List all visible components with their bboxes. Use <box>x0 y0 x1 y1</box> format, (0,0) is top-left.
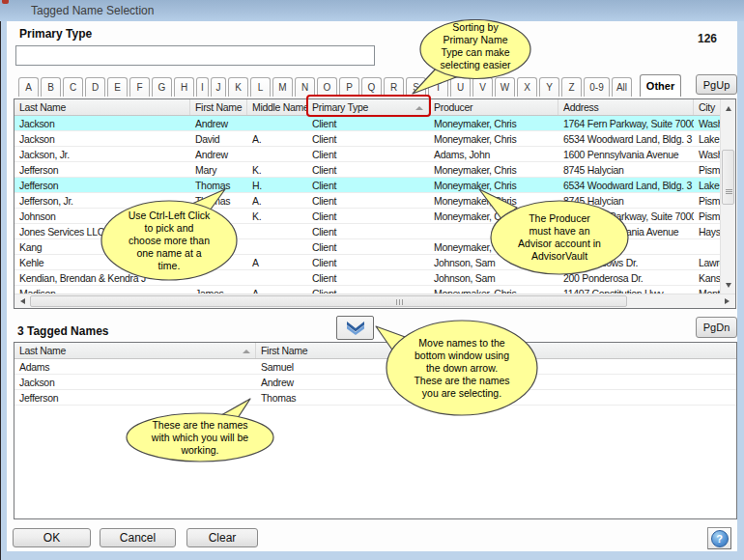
cell-middle-name: A. <box>247 131 307 146</box>
column-header-city[interactable]: City <box>694 99 721 115</box>
table-row[interactable]: Jackson, Jr. Andrew Client Adams, John 1… <box>14 147 735 162</box>
clear-button[interactable]: Clear <box>186 528 258 547</box>
cell-primary-type: Client <box>307 178 429 192</box>
cell-last-name: Jefferson <box>14 162 190 177</box>
help-button[interactable]: ? <box>707 527 731 549</box>
column-header-last-name[interactable]: Last Name <box>14 99 190 115</box>
cell-city: Hays <box>694 224 721 238</box>
cell-primary-type: Client <box>307 193 429 208</box>
cell-city <box>694 239 721 254</box>
table-row[interactable]: Jackson David A. Client Moneymaker, Chri… <box>14 131 735 147</box>
alphabet-tab[interactable]: E <box>107 77 128 97</box>
alphabet-tab[interactable]: R <box>384 77 404 97</box>
cell-middle-name <box>247 116 307 130</box>
horizontal-scroll-thumb[interactable] <box>30 295 627 307</box>
window-title: Tagged Name Selection <box>31 4 154 17</box>
cell-primary-type: Client <box>307 147 429 161</box>
cell-address: 6534 Woodward Land, Bldg. 3 <box>558 131 694 146</box>
alphabet-tab[interactable]: H <box>174 77 194 97</box>
cell-city: Pismo <box>694 209 721 223</box>
tagged-names-label: 3 Tagged Names <box>17 324 108 338</box>
column-header-address[interactable]: Address <box>558 99 694 115</box>
alphabet-tab[interactable]: B <box>41 77 61 97</box>
alphabet-tab[interactable]: I <box>196 77 209 97</box>
alphabet-tab[interactable]: All <box>612 77 632 97</box>
alphabet-tab[interactable]: G <box>152 77 172 97</box>
alphabet-tab[interactable]: J <box>211 77 226 97</box>
alphabet-tab[interactable]: O <box>317 77 337 97</box>
alphabet-tab[interactable]: L <box>250 77 271 97</box>
record-count: 126 <box>698 32 717 45</box>
cell-city: Washi <box>694 147 721 161</box>
alphabet-tab[interactable]: D <box>85 77 105 97</box>
cell-first-name: Andrew <box>190 147 247 161</box>
scroll-down-button[interactable] <box>721 278 736 292</box>
column-header-first-name[interactable]: First Name <box>190 99 247 115</box>
column-header-middle-name[interactable]: Middle Name <box>247 99 307 115</box>
cell-middle-name: A <box>247 255 307 269</box>
alphabet-tab[interactable]: Z <box>561 77 582 97</box>
vertical-scroll-thumb[interactable] <box>722 150 734 205</box>
pgup-button[interactable]: PgUp <box>696 74 737 95</box>
cell-primary-type: Client <box>307 224 429 238</box>
cell-middle-name <box>247 239 307 254</box>
scroll-up-button[interactable] <box>721 101 736 115</box>
cell-city: Lawre <box>694 255 721 269</box>
cell-first-name: Andrew <box>190 116 247 130</box>
alphabet-tab[interactable]: Other <box>640 74 681 97</box>
bubble-sorting: Sorting by Primary Name Type can make se… <box>406 19 537 97</box>
cell-producer: Moneymaker, Chris <box>429 131 558 146</box>
pgdn-button[interactable]: PgDn <box>696 317 737 338</box>
alphabet-tab[interactable]: P <box>339 77 359 97</box>
column-header-producer[interactable]: Producer <box>429 99 558 115</box>
bubble-producer-text: The Producer must have an Advisor accoun… <box>497 209 622 266</box>
cell-primary-type: Client <box>307 239 429 254</box>
title-bar[interactable]: Tagged Name Selection <box>0 0 744 21</box>
cell-city: Pismo <box>694 193 721 208</box>
alphabet-tab[interactable]: C <box>63 77 83 97</box>
tagged-cell-last-name: Adams <box>14 359 256 374</box>
cell-producer: Moneymaker, Chris <box>429 162 558 177</box>
cell-address: 1764 Fern Parkway, Suite 7000 <box>558 116 694 130</box>
table-row[interactable]: Jackson Andrew Client Moneymaker, Chris … <box>14 116 735 131</box>
bubble-working: These are the names with which you will … <box>122 392 280 463</box>
scroll-left-button[interactable] <box>15 294 30 308</box>
cell-city: Lake F <box>694 131 721 146</box>
alphabet-tab[interactable]: Y <box>539 77 559 97</box>
move-down-button[interactable] <box>336 316 374 340</box>
cell-middle-name: K. <box>247 162 307 177</box>
scroll-right-button[interactable] <box>720 294 734 308</box>
alphabet-tab[interactable]: F <box>129 77 150 97</box>
cell-producer: Adams, John <box>429 147 558 161</box>
alphabet-tab[interactable]: Q <box>361 77 382 97</box>
cell-last-name: Jackson <box>14 131 190 146</box>
cell-middle-name: K. <box>247 209 307 223</box>
vertical-scrollbar[interactable] <box>720 99 735 294</box>
alphabet-tab[interactable]: M <box>272 77 293 97</box>
alphabet-tab[interactable]: 0-9 <box>584 77 610 97</box>
cell-primary-type: Client <box>307 116 429 130</box>
bubble-producer: The Producer must have an Advisor accoun… <box>472 183 634 278</box>
bubble-move-names-text: Move names to the bottom window using th… <box>386 334 537 402</box>
cell-primary-type: Client <box>307 270 429 285</box>
bubble-sorting-text: Sorting by Primary Name Type can make se… <box>419 20 531 72</box>
cell-address: 1600 Pennsylvania Avenue <box>558 147 694 161</box>
alphabet-tab[interactable]: A <box>18 77 39 97</box>
primary-type-input[interactable] <box>15 45 375 66</box>
help-icon: ? <box>711 530 729 547</box>
horizontal-scrollbar[interactable] <box>14 294 735 308</box>
alphabet-tab[interactable]: K <box>228 77 248 97</box>
cell-address: 8745 Halycian <box>558 162 694 177</box>
cell-city: Pismo <box>694 162 721 177</box>
alphabet-tabs: ABCDEFGHIJKLMNOPQRSTUVWXYZ0-9AllOther <box>18 76 681 97</box>
window-left-edge <box>0 21 1 560</box>
cancel-button[interactable]: Cancel <box>100 528 176 547</box>
table-row[interactable]: Jefferson Mary K. Client Moneymaker, Chr… <box>14 162 735 178</box>
alphabet-tab[interactable]: N <box>295 77 315 97</box>
tagged-column-last-name[interactable]: Last Name <box>14 343 256 358</box>
cell-primary-type: Client <box>307 162 429 177</box>
tagged-last-name-label: Last Name <box>19 345 66 356</box>
tagged-cell-last-name: Jackson <box>14 375 256 389</box>
bubble-ctrl-click: Use Ctrl-Left Click to pick and choose m… <box>97 183 243 282</box>
ok-button[interactable]: OK <box>13 528 91 547</box>
